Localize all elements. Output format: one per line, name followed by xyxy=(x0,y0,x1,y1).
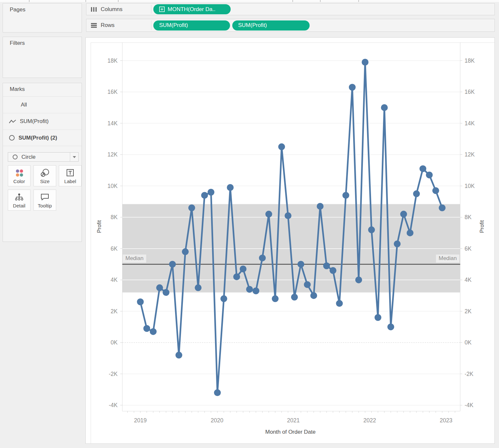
pill-sum-profit-1-label: SUM(Profit) xyxy=(159,22,188,29)
data-point-month-6[interactable] xyxy=(175,352,182,358)
data-point-month-23[interactable] xyxy=(285,212,291,219)
data-point-month-33[interactable] xyxy=(349,84,356,91)
data-point-month-0[interactable] xyxy=(137,298,144,305)
rows-shelf[interactable]: Rows SUM(Profit) SUM(Profit) xyxy=(86,19,495,32)
data-point-month-45[interactable] xyxy=(426,171,433,178)
left-axis-label-8K: 8K xyxy=(111,214,118,220)
label-button-label: Label xyxy=(64,179,76,184)
data-point-month-28[interactable] xyxy=(317,203,324,210)
data-point-month-11[interactable] xyxy=(208,189,214,196)
data-point-month-20[interactable] xyxy=(265,211,272,218)
left-axis-title: Profit xyxy=(96,220,103,233)
data-point-month-34[interactable] xyxy=(355,277,362,283)
marks-tab-sum-profit-label: SUM(Profit) xyxy=(20,118,49,125)
data-point-month-8[interactable] xyxy=(188,205,195,211)
toolbar-remnant-mark xyxy=(118,0,119,2)
data-point-month-9[interactable] xyxy=(195,284,201,291)
x-axis-label-2023: 2023 xyxy=(440,417,453,424)
data-point-month-7[interactable] xyxy=(182,248,189,255)
columns-shelf[interactable]: Columns MONTH(Order Da.. xyxy=(86,3,495,15)
data-point-month-39[interactable] xyxy=(387,323,394,330)
filters-title: Filters xyxy=(3,37,82,46)
data-point-month-41[interactable] xyxy=(400,211,407,218)
profit-line-chart[interactable]: 18K18K16K16K14K14K12K12K10K10K8K8K6K6K4K… xyxy=(86,38,495,444)
data-point-month-2[interactable] xyxy=(150,328,157,335)
right-axis-label-2K: 2K xyxy=(465,308,472,315)
data-point-month-25[interactable] xyxy=(298,261,304,268)
data-point-month-35[interactable] xyxy=(362,59,368,66)
data-point-month-17[interactable] xyxy=(246,286,253,293)
pages-title: Pages xyxy=(3,4,82,13)
toolbar-remnant-mark xyxy=(85,0,86,2)
data-point-month-3[interactable] xyxy=(156,284,163,291)
pill-sum-profit-1[interactable]: SUM(Profit) xyxy=(153,20,230,31)
data-point-month-32[interactable] xyxy=(342,192,349,199)
median-label-left: Median xyxy=(123,255,146,263)
data-point-month-16[interactable] xyxy=(240,266,247,272)
color-button-label: Color xyxy=(13,179,25,184)
marks-tab-all[interactable]: All xyxy=(3,96,82,113)
data-point-month-12[interactable] xyxy=(214,389,221,396)
mark-type-caret[interactable] xyxy=(70,153,78,161)
data-point-month-15[interactable] xyxy=(233,273,240,280)
expand-plus-icon[interactable] xyxy=(159,6,165,12)
right-axis-label-10K: 10K xyxy=(465,183,475,189)
right-axis-label-16K: 16K xyxy=(465,89,475,95)
pages-shelf[interactable]: Pages xyxy=(3,3,82,32)
data-point-month-43[interactable] xyxy=(413,190,420,197)
toolbar-remnant-mark xyxy=(292,0,293,2)
data-point-month-47[interactable] xyxy=(439,205,446,211)
x-axis-title: Month of Order Date xyxy=(265,429,316,435)
data-point-month-27[interactable] xyxy=(310,292,317,299)
marks-tab-sum-profit[interactable]: SUM(Profit) xyxy=(3,113,82,130)
data-point-month-36[interactable] xyxy=(368,226,375,233)
label-button[interactable]: Label xyxy=(59,165,82,186)
right-axis-label-4K: 4K xyxy=(465,277,472,283)
left-axis-label-18K: 18K xyxy=(108,57,118,64)
color-button[interactable]: Color xyxy=(8,165,31,186)
data-point-month-10[interactable] xyxy=(201,192,208,199)
data-point-month-37[interactable] xyxy=(375,314,381,321)
data-point-month-29[interactable] xyxy=(323,262,330,269)
detail-button[interactable]: Detail xyxy=(8,190,31,211)
data-point-month-21[interactable] xyxy=(272,295,279,302)
tooltip-button-label: Tooltip xyxy=(38,203,52,208)
marks-tab-sum-profit-2[interactable]: SUM(Profit) (2) xyxy=(3,130,82,146)
toolbar-remnant-mark xyxy=(29,0,30,2)
data-point-month-18[interactable] xyxy=(252,287,259,294)
data-point-month-5[interactable] xyxy=(169,261,176,268)
tooltip-button[interactable]: Tooltip xyxy=(33,190,56,211)
shelf-divider xyxy=(151,20,151,30)
marks-tab-all-label: All xyxy=(21,102,27,108)
toolbar-remnant-mark xyxy=(320,0,321,2)
data-point-month-40[interactable] xyxy=(394,241,401,247)
data-point-month-31[interactable] xyxy=(336,300,343,307)
data-point-month-4[interactable] xyxy=(163,289,170,296)
data-point-month-14[interactable] xyxy=(227,184,234,191)
data-point-month-19[interactable] xyxy=(259,255,266,261)
data-point-month-24[interactable] xyxy=(291,294,298,301)
data-point-month-42[interactable] xyxy=(407,230,414,236)
data-point-month-1[interactable] xyxy=(143,325,150,332)
right-axis-label--4K: -4K xyxy=(465,402,474,408)
size-button-label: Size xyxy=(40,179,49,184)
pill-sum-profit-2[interactable]: SUM(Profit) xyxy=(232,20,310,31)
left-axis-label-4K: 4K xyxy=(111,277,118,283)
data-point-month-13[interactable] xyxy=(220,295,227,302)
left-axis-label-6K: 6K xyxy=(111,245,118,252)
data-point-month-30[interactable] xyxy=(329,267,336,274)
mark-type-label: Circle xyxy=(21,154,35,160)
pill-month-order-date[interactable]: MONTH(Order Da.. xyxy=(153,4,231,14)
data-point-month-44[interactable] xyxy=(419,165,426,172)
detail-button-label: Detail xyxy=(13,203,25,208)
mark-type-dropdown[interactable]: Circle xyxy=(8,152,79,162)
data-point-month-46[interactable] xyxy=(432,187,439,194)
filters-shelf[interactable]: Filters xyxy=(3,37,82,78)
data-point-month-38[interactable] xyxy=(381,104,388,111)
rows-shelf-label: Rows xyxy=(101,22,115,29)
data-point-month-26[interactable] xyxy=(304,281,311,288)
chevron-down-icon xyxy=(73,156,76,158)
data-point-month-22[interactable] xyxy=(278,143,285,150)
size-button[interactable]: Size xyxy=(33,165,56,186)
tooltip-bubble-icon xyxy=(34,193,56,201)
